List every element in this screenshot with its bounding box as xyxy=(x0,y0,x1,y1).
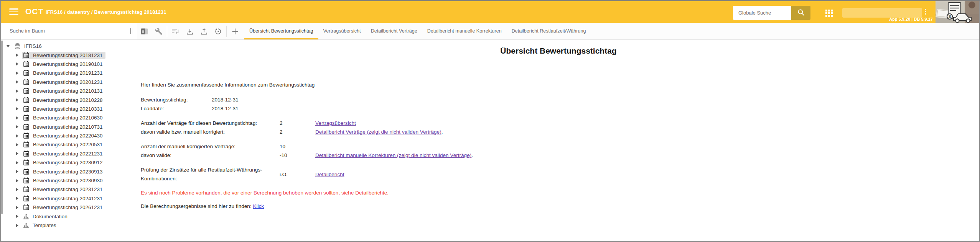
calendar-icon xyxy=(23,186,30,193)
info-row: Anzahl der manuell korrigierten Verträge… xyxy=(141,142,972,151)
tree-item-templates[interactable]: Templates xyxy=(1,221,137,230)
tree-expand-icon[interactable] xyxy=(16,143,18,146)
tree-collapse-icon[interactable] xyxy=(7,45,10,47)
tree-item-dokumentation[interactable]: Dokumentation xyxy=(1,212,137,221)
tree-item-bewertungsstichtag-20210228[interactable]: Bewertungsstichtag 20210228 xyxy=(1,95,137,104)
breadcrumb: IFRS16 / dataentry / Bewertungsstichtag … xyxy=(46,9,166,15)
info-row: Prüfung der Zinsätze für alle Restlaufze… xyxy=(141,165,972,183)
tree-expand-icon[interactable] xyxy=(16,98,18,101)
app-logo: OCT xyxy=(25,7,43,16)
kebab-menu-icon[interactable] xyxy=(924,9,927,16)
add-tab-icon[interactable] xyxy=(228,23,242,39)
tree-item-bewertungsstichtag-20210131[interactable]: Bewertungsstichtag 20210131 xyxy=(1,87,137,95)
tree-expand-icon[interactable] xyxy=(16,62,18,65)
info-row: Bewertungsstichtag: 2018-12-31 xyxy=(141,95,972,104)
calendar-icon xyxy=(23,79,30,85)
info-group-korrekturen: Anzahl der manuell korrigierten Verträge… xyxy=(141,142,972,160)
tab-detailbericht-manuelle-korrekturen[interactable]: Detailbericht manuelle Korrekturen xyxy=(422,23,507,39)
tree-expand-icon[interactable] xyxy=(16,179,18,182)
move-rows-icon[interactable] xyxy=(168,23,183,39)
tree-item-bewertungsstichtag-20220531[interactable]: Bewertungsstichtag 20220531 xyxy=(1,140,137,149)
calendar-icon xyxy=(23,195,30,202)
link-vertragsuebersicht[interactable]: Vertragsübersicht xyxy=(315,120,356,126)
tree-expand-icon[interactable] xyxy=(16,80,18,83)
tree-search-input[interactable] xyxy=(1,23,121,39)
tree-sidebar: IFRS16 Bewertungsstichtag 20181231 Bewer… xyxy=(1,40,137,241)
tree-item-bewertungsstichtag-20231231[interactable]: Bewertungsstichtag 20231231 xyxy=(1,185,137,194)
menu-icon[interactable] xyxy=(9,8,18,16)
calendar-icon xyxy=(23,97,30,103)
calendar-icon xyxy=(23,88,30,94)
calendar-icon xyxy=(23,141,30,148)
calendar-icon xyxy=(23,70,30,76)
tree-item-bewertungsstichtag-20261231[interactable]: Bewertungsstichtag 20261231 xyxy=(1,203,137,212)
detail-panel-icon[interactable] xyxy=(137,23,152,39)
calendar-icon xyxy=(23,168,30,175)
value-bewertungsstichtag: 2018-12-31 xyxy=(212,95,247,104)
calendar-icon xyxy=(23,52,30,59)
global-search-button[interactable] xyxy=(791,6,810,20)
intro-text: Hier finden Sie zusammenfassende Informa… xyxy=(141,82,315,88)
link-detailbericht-vertraege[interactable]: Detailbericht Verträge (zeigt die nicht … xyxy=(315,129,441,135)
restore-icon[interactable] xyxy=(211,23,225,39)
calendar-icon xyxy=(23,159,30,166)
calendar-icon xyxy=(23,132,30,139)
tree-item-bewertungsstichtag-20230912[interactable]: Bewertungsstichtag 20230912 xyxy=(1,158,137,167)
download-icon[interactable] xyxy=(183,23,197,39)
tree-expand-icon[interactable] xyxy=(16,54,18,57)
tree-expand-icon[interactable] xyxy=(16,224,18,227)
tree-item-bewertungsstichtag-20210731[interactable]: Bewertungsstichtag 20210731 xyxy=(1,123,137,131)
apps-grid-icon[interactable] xyxy=(825,10,833,17)
link-detailbericht[interactable]: Detailbericht xyxy=(315,172,344,177)
tree-item-bewertungsstichtag-20210331[interactable]: Bewertungsstichtag 20210331 xyxy=(1,105,137,113)
tree-expand-icon[interactable] xyxy=(16,134,18,137)
calendar-icon xyxy=(23,114,30,121)
toolbar-tab-strip: Übersicht Bewertungsstichtag Vertragsübe… xyxy=(1,23,979,40)
value-anzahl-vertraege: 2 xyxy=(280,119,315,128)
tree-item-bewertungsstichtag-20221231[interactable]: Bewertungsstichtag 20221231 xyxy=(1,149,137,158)
tree-item-bewertungsstichtag-20190101[interactable]: Bewertungsstichtag 20190101 xyxy=(1,60,137,69)
tree-expand-icon[interactable] xyxy=(16,215,18,218)
tree-expand-icon[interactable] xyxy=(16,206,18,209)
warning-text: Es sind noch Probleme vorhanden, die vor… xyxy=(141,190,389,196)
tree-item-bewertungsstichtag-20241231[interactable]: Bewertungsstichtag 20241231 xyxy=(1,194,137,203)
tree-expand-icon[interactable] xyxy=(16,72,18,75)
info-row: Anzahl der Verträge für diesen Bewertung… xyxy=(141,119,972,128)
global-search-input[interactable] xyxy=(733,6,791,20)
tree-expand-icon[interactable] xyxy=(16,116,18,119)
upload-icon[interactable] xyxy=(197,23,211,39)
version-label: App 5.9.20 | DB 5.9.17 xyxy=(889,17,933,21)
tab-detailbericht-restlaufzeit-waehrung[interactable]: Detailbericht Restlaufzeit/Währung xyxy=(507,23,591,39)
tree-item-bewertungsstichtag-20230930[interactable]: Bewertungsstichtag 20230930 xyxy=(1,176,137,185)
link-klick[interactable]: Klick xyxy=(253,203,264,209)
resize-handle-icon[interactable] xyxy=(130,28,133,34)
value-zinspruefung: i.O. xyxy=(280,170,315,179)
page-title: Übersicht Bewertungsstichtag xyxy=(138,46,979,56)
tree-item-bewertungsstichtag-20210630[interactable]: Bewertungsstichtag 20210630 xyxy=(1,113,137,122)
tree-item-bewertungsstichtag-20201231[interactable]: Bewertungsstichtag 20201231 xyxy=(1,78,137,87)
tree-expand-icon[interactable] xyxy=(16,90,18,93)
tree-expand-icon[interactable] xyxy=(16,107,18,110)
tree-item-bewertungsstichtag-20220430[interactable]: Bewertungsstichtag 20220430 xyxy=(1,131,137,140)
tree-item-bewertungsstichtag-20230913[interactable]: Bewertungsstichtag 20230913 xyxy=(1,167,137,176)
tree-expand-icon[interactable] xyxy=(16,152,18,155)
wrench-icon[interactable] xyxy=(152,23,166,39)
tab-detailbericht-vertraege[interactable]: Detailbericht Verträge xyxy=(366,23,422,39)
user-account-redacted[interactable] xyxy=(842,8,922,18)
tree-item-bewertungsstichtag-20181231[interactable]: Bewertungsstichtag 20181231 xyxy=(1,51,137,59)
report-icon xyxy=(23,222,29,228)
tab-vertragsuebersicht[interactable]: Vertragsübersicht xyxy=(318,23,366,39)
tree-expand-icon[interactable] xyxy=(16,188,18,191)
tree-item-bewertungsstichtag-20191231[interactable]: Bewertungsstichtag 20191231 xyxy=(1,69,137,77)
result-line: Die Berechnungsergebnisse sind hier zu f… xyxy=(141,203,264,209)
tree-expand-icon[interactable] xyxy=(16,197,18,200)
tree-expand-icon[interactable] xyxy=(16,161,18,164)
brand-logo-image: $ xyxy=(936,1,979,23)
link-detailbericht-manuelle-korrekturen[interactable]: Detailbericht manuelle Korrekturen (zeig… xyxy=(315,152,471,158)
tree-search xyxy=(1,23,137,39)
tree-expand-icon[interactable] xyxy=(16,170,18,173)
tree-root-ifrs16[interactable]: IFRS16 xyxy=(1,42,137,51)
database-icon xyxy=(14,43,21,49)
tab-uebersicht-bewertungsstichtag[interactable]: Übersicht Bewertungsstichtag xyxy=(244,23,318,39)
tree-expand-icon[interactable] xyxy=(16,125,18,128)
